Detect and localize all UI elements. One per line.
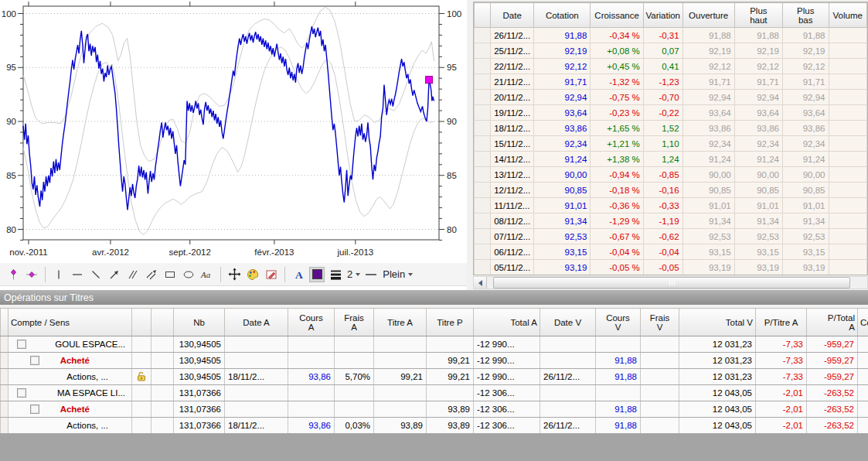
quote-row[interactable]: 26/11/2...91,88-0,34 %-0,3191,8891,8891,… <box>475 28 867 43</box>
row-checkbox[interactable] <box>30 356 39 365</box>
quote-row[interactable]: 08/11/2...91,34-1,29 %-1,1991,3491,3491,… <box>475 213 867 229</box>
column-header[interactable]: Ouverture <box>682 3 734 28</box>
quote-cell: 91,71 <box>783 74 829 90</box>
quote-cell: -0,34 % <box>591 28 643 43</box>
column-header[interactable] <box>132 309 151 336</box>
quote-row[interactable]: 11/11/2...91,01-0,36 %-0,3391,0191,0191,… <box>475 198 867 213</box>
quote-row[interactable]: 07/11/2...92,53-0,67 %-0,6292,5392,5392,… <box>475 229 867 244</box>
operation-cell-totalA: -12 306... <box>474 385 540 401</box>
x-axis-label: sept.-2012 <box>169 248 211 257</box>
tool-marker-vertical-button[interactable] <box>4 265 22 284</box>
tool-color-swatch-button[interactable] <box>309 267 325 282</box>
quote-row[interactable]: 25/11/2...92,19+0,08 %0,0792,1992,1992,1… <box>475 43 867 59</box>
column-header[interactable]: Compte / Sens <box>9 309 132 336</box>
tool-rectangle-button[interactable] <box>161 265 179 284</box>
quote-cell: 18/11/2... <box>491 121 534 136</box>
column-header[interactable]: Date <box>491 3 534 28</box>
tool-font-color-button[interactable]: A <box>289 265 308 284</box>
tool-marker-horizontal-button[interactable] <box>22 265 41 284</box>
tool-line-width-button[interactable] <box>326 265 345 284</box>
column-header[interactable]: Total V <box>679 309 756 336</box>
rectangle-icon <box>164 268 176 281</box>
tool-move-tool-button[interactable] <box>225 265 243 284</box>
column-header[interactable]: Co <box>858 309 868 336</box>
quote-row[interactable]: 06/11/2...93,15-0,04 %-0,0493,1593,1593,… <box>475 244 867 260</box>
tool-horizontal-line-button[interactable] <box>68 265 87 284</box>
quote-row[interactable]: 18/11/2...93,86+1,65 %1,5293,8693,8693,8… <box>475 121 867 136</box>
quote-row[interactable]: 12/11/2...90,85-0,18 %-0,1690,8590,8590,… <box>475 183 867 198</box>
quote-cell: 92,34 <box>783 136 829 152</box>
quote-cell: +0,45 % <box>591 59 643 74</box>
operation-row-account[interactable]: MA ESPACE LI...131,07366-12 306...12 043… <box>1 385 868 401</box>
scrollbar-thumb[interactable] <box>493 277 850 289</box>
tool-ellipse-button[interactable] <box>179 265 198 284</box>
tool-parallel-lines-button[interactable] <box>124 265 142 284</box>
tool-text-tool-button[interactable]: Aa <box>198 265 216 284</box>
toolbar-separator <box>220 267 221 282</box>
operation-row-account[interactable]: GOUL ESPACE...130,94505-12 990...12 031,… <box>1 336 868 353</box>
operation-row-detail[interactable]: Actions, ...130,9450518/11/2...93,865,70… <box>1 369 868 385</box>
column-header[interactable]: Cours A <box>288 309 335 336</box>
column-header[interactable]: Volume <box>829 3 867 28</box>
column-header[interactable]: Plus haut <box>734 3 782 28</box>
quote-cell: 93,86 <box>783 121 829 136</box>
column-header[interactable]: Date V <box>540 309 596 336</box>
price-chart[interactable]: 8080858590909595100100nov.-2011avr.-2012… <box>0 0 467 262</box>
operation-row-sens[interactable]: Acheté130,9450599,21-12 990...91,8812 03… <box>1 353 868 369</box>
quote-row[interactable]: 13/11/2...90,00-0,94 %-0,8590,0090,0090,… <box>475 167 867 183</box>
quote-cell: 90,85 <box>783 183 829 198</box>
column-header[interactable]: Cours V <box>596 309 641 336</box>
column-header[interactable]: Frais A <box>335 309 374 336</box>
row-header-cell <box>475 136 491 152</box>
quote-row[interactable]: 05/11/2...93,19-0,05 %-0,0593,1993,1993,… <box>475 260 867 275</box>
svg-text:A: A <box>295 269 303 281</box>
chevron-down-icon[interactable] <box>408 273 413 276</box>
column-header[interactable]: Total A <box>474 309 540 336</box>
column-header[interactable]: Variation <box>643 3 682 28</box>
horizontal-scrollbar[interactable] <box>473 276 868 289</box>
operation-cell-totalA: -12 306... <box>474 418 540 434</box>
tool-channel-lines-button[interactable] <box>142 265 161 284</box>
row-checkbox[interactable] <box>17 340 26 349</box>
quote-row[interactable]: 15/11/2...92,34+1,21 %1,1092,3492,3492,3… <box>475 136 867 152</box>
tool-line-style-button[interactable] <box>362 265 380 284</box>
column-header[interactable]: Cotation <box>534 3 591 28</box>
palette-tool-icon <box>247 268 260 281</box>
quote-row[interactable]: 21/11/2...91,71-1,32 %-1,2391,7191,7191,… <box>475 74 867 90</box>
row-checkbox[interactable] <box>30 405 39 414</box>
column-header[interactable] <box>1 309 9 336</box>
tool-annotation-edit-tool-button[interactable] <box>262 265 281 284</box>
tool-diagonal-line-button[interactable] <box>87 265 105 284</box>
column-header[interactable]: P/Total A <box>807 309 858 336</box>
scroll-left-button[interactable] <box>474 277 487 289</box>
row-header-cell <box>475 183 491 198</box>
column-header[interactable]: Frais V <box>641 309 679 336</box>
tool-vertical-line-button[interactable] <box>49 265 68 284</box>
operation-row-sens[interactable]: Acheté131,0736693,89-12 306...91,8812 04… <box>1 401 868 418</box>
operation-cell-nb: 130,94505 <box>174 353 225 369</box>
column-header[interactable]: Titre P <box>427 309 474 336</box>
scrollbar-grip-icon <box>674 280 675 285</box>
quote-row[interactable]: 22/11/2...92,12+0,45 %0,4192,1292,1292,1… <box>475 59 867 74</box>
operation-row-detail[interactable]: Actions, ...131,0736618/11/2...93,860,03… <box>1 418 868 434</box>
quote-cell: -0,75 % <box>591 90 643 105</box>
column-header[interactable]: P/Titre A <box>756 309 807 336</box>
tool-palette-tool-button[interactable] <box>243 265 262 284</box>
chevron-down-icon[interactable] <box>356 273 360 276</box>
column-header[interactable]: Titre A <box>374 309 427 336</box>
quote-row[interactable]: 20/11/2...92,94-0,75 %-0,7092,9492,9492,… <box>475 90 867 105</box>
column-header[interactable]: Croissance <box>591 3 643 28</box>
quote-cell: 19/11/2... <box>491 105 534 121</box>
column-header[interactable]: Plus bas <box>783 3 829 28</box>
quote-cell: 91,34 <box>534 213 591 229</box>
column-header[interactable] <box>151 309 174 336</box>
column-header[interactable]: Nb <box>174 309 225 336</box>
quote-cell: 1,24 <box>643 152 682 167</box>
row-checkbox[interactable] <box>17 388 26 398</box>
column-header[interactable]: Date A <box>225 309 288 336</box>
tool-arrow-line-button[interactable] <box>105 265 124 284</box>
quote-row[interactable]: 19/11/2...93,64-0,23 %-0,2293,6493,6493,… <box>475 105 867 121</box>
empty-cell <box>151 385 174 401</box>
column-header[interactable] <box>475 3 491 28</box>
quote-row[interactable]: 14/11/2...91,24+1,38 %1,2491,2491,2491,2… <box>475 152 867 167</box>
